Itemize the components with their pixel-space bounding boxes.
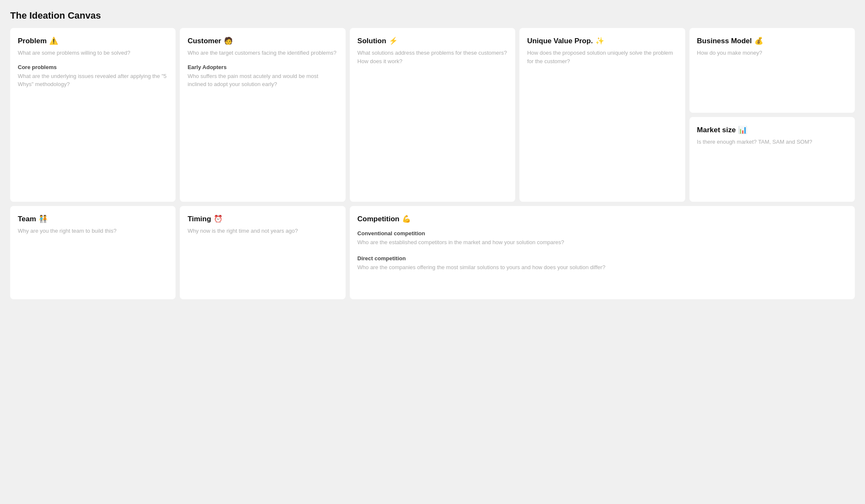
canvas-grid: Problem ⚠️ What are some problems willin…: [10, 28, 855, 299]
page-title: The Ideation Canvas: [10, 10, 855, 21]
timing-title-text: Timing: [187, 215, 211, 223]
customer-sub1-title: Early Adopters: [187, 64, 338, 70]
card-business-model[interactable]: Business Model 💰 How do you make money?: [689, 28, 855, 113]
customer-sub1-description: Who suffers the pain most acutely and wo…: [187, 72, 338, 89]
competition-sub1-description: Who are the established competitors in t…: [357, 238, 847, 247]
problem-title: Problem ⚠️: [18, 36, 168, 45]
customer-title: Customer 🧑: [187, 36, 338, 45]
competition-sub2-title: Direct competition: [357, 255, 847, 262]
team-title-text: Team: [18, 215, 36, 223]
market-size-title: Market size 📊: [697, 125, 847, 134]
competition-icon: 💪: [402, 214, 411, 223]
market-size-description: Is there enough market? TAM, SAM and SOM…: [697, 138, 847, 146]
customer-title-text: Customer: [187, 37, 221, 45]
uvp-title: Unique Value Prop. ✨: [527, 36, 677, 45]
uvp-description: How does the proposed solution uniquely …: [527, 49, 677, 65]
card-market-size[interactable]: Market size 📊 Is there enough market? TA…: [689, 117, 855, 202]
uvp-icon: ✨: [595, 36, 604, 45]
solution-description: What solutions address these problems fo…: [357, 49, 508, 65]
card-uvp[interactable]: Unique Value Prop. ✨ How does the propos…: [519, 28, 685, 202]
problem-sub1-title: Core problems: [18, 64, 168, 70]
card-timing[interactable]: Timing ⏰ Why now is the right time and n…: [180, 206, 345, 299]
team-icon: 🧑‍🤝‍🧑: [39, 214, 47, 223]
problem-icon: ⚠️: [49, 36, 58, 45]
competition-title: Competition 💪: [357, 214, 847, 223]
team-description: Why are you the right team to build this…: [18, 227, 168, 235]
card-customer[interactable]: Customer 🧑 Who are the target customers …: [180, 28, 345, 202]
business-model-title: Business Model 💰: [697, 36, 847, 45]
card-team[interactable]: Team 🧑‍🤝‍🧑 Why are you the right team to…: [10, 206, 176, 299]
card-competition[interactable]: Competition 💪 Conventional competition W…: [350, 206, 855, 299]
problem-title-text: Problem: [18, 37, 47, 45]
business-model-icon: 💰: [754, 36, 763, 45]
problem-sub1-description: What are the underlying issues revealed …: [18, 72, 168, 89]
uvp-title-text: Unique Value Prop.: [527, 37, 593, 45]
customer-icon: 🧑: [224, 36, 233, 45]
competition-sub1-title: Conventional competition: [357, 230, 847, 237]
timing-title: Timing ⏰: [187, 214, 338, 223]
business-model-title-text: Business Model: [697, 37, 752, 45]
problem-description: What are some problems willing to be sol…: [18, 49, 168, 57]
solution-icon: ⚡: [389, 36, 398, 45]
timing-description: Why now is the right time and not years …: [187, 227, 338, 235]
card-problem[interactable]: Problem ⚠️ What are some problems willin…: [10, 28, 176, 202]
timing-icon: ⏰: [214, 214, 223, 223]
solution-title: Solution ⚡: [357, 36, 508, 45]
card-solution[interactable]: Solution ⚡ What solutions address these …: [350, 28, 515, 202]
competition-sub2-description: Who are the companies offering the most …: [357, 263, 847, 272]
right-column: Business Model 💰 How do you make money? …: [689, 28, 855, 202]
competition-title-text: Competition: [357, 215, 399, 223]
customer-description: Who are the target customers facing the …: [187, 49, 338, 57]
team-title: Team 🧑‍🤝‍🧑: [18, 214, 168, 223]
solution-title-text: Solution: [357, 37, 386, 45]
market-size-title-text: Market size: [697, 126, 736, 134]
market-size-icon: 📊: [738, 125, 747, 134]
business-model-description: How do you make money?: [697, 49, 847, 57]
